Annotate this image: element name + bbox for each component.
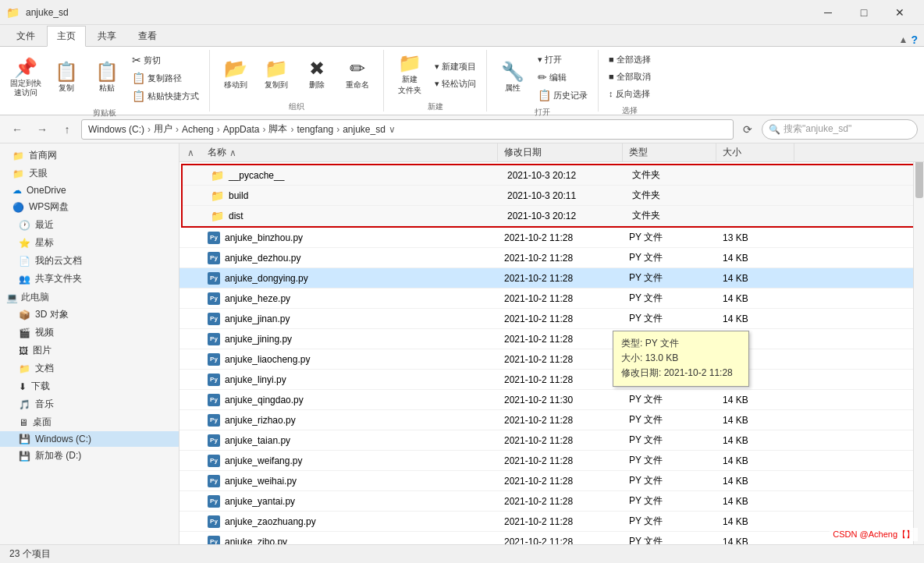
path-part-scripts[interactable]: 脚本 [268,122,287,136]
sidebar-item-wps[interactable]: 🔵 WPS网盘 [0,198,179,216]
sidebar-item-onedrive[interactable]: ☁ OneDrive [0,182,179,198]
path-part-users[interactable]: 用户 [154,122,172,136]
rename-button[interactable]: ✏ 重命名 [338,51,377,98]
path-part-drive[interactable]: Windows (C:) [88,124,144,135]
file-type-qingdao: PY 文件 [623,390,716,409]
delete-button[interactable]: ✖ 删除 [297,51,336,98]
file-type-yantai: PY 文件 [623,491,716,511]
history-button[interactable]: 📋历史记录 [534,87,592,104]
file-row-jinan[interactable]: Py anjuke_jinan.py 2021-10-2 11:28 PY 文件… [179,309,924,329]
open-button[interactable]: ▾ 打开 [534,51,592,68]
tab-share[interactable]: 共享 [87,26,126,46]
close-button[interactable]: ✕ [882,0,918,25]
sidebar-item-windows-c[interactable]: 💾 Windows (C:) [0,431,179,447]
file-row-zaozhuang[interactable]: Py anjuke_zaozhuang.py 2021-10-2 11:28 P… [179,512,924,532]
refresh-button[interactable]: ⟳ [737,119,759,140]
path-part-tengfang[interactable]: tengfang [297,124,333,135]
tab-file[interactable]: 文件 [6,26,45,46]
cut-button[interactable]: ✂剪切 [128,51,203,69]
sidebar-item-video[interactable]: 🎬 视频 [0,324,179,342]
sidebar-item-downloads[interactable]: ⬇ 下载 [0,377,179,395]
tooltip-size: 大小: 13.0 KB [621,351,741,366]
ribbon: 📌 固定到快速访问 📋 复制 📋 粘贴 ✂剪切 📋复制路径 📋粘贴快捷方式 剪贴… [0,47,924,115]
sidebar-item-documents[interactable]: 📁 文档 [0,359,179,377]
new-item-button[interactable]: ▾ 新建项目 [431,58,480,75]
minimize-button[interactable]: ─ [810,0,846,25]
sidebar-item-shouwang[interactable]: 📁 首商网 [0,147,179,165]
path-part-anjuke-sd[interactable]: anjuke_sd [343,124,386,135]
file-row-weifang[interactable]: Py anjuke_weifang.py 2021-10-2 11:28 PY … [179,451,924,471]
tab-home[interactable]: 主页 [47,26,86,47]
col-header-size[interactable]: 大小 [716,143,794,161]
tab-view[interactable]: 查看 [128,26,167,46]
path-part-appdata[interactable]: AppData [223,124,260,135]
invert-selection-button[interactable]: ↕ 反向选择 [605,86,655,102]
expand-column-button[interactable]: ∧ [179,147,201,158]
copy-button[interactable]: 📋 复制 [47,55,86,101]
sidebar-item-cloud-docs[interactable]: 📄 我的云文档 [0,252,179,270]
window-title: anjuke_sd [26,7,810,18]
file-row-dist[interactable]: 📁 dist 2021-10-3 20:12 文件夹 [183,206,921,226]
file-name-jining: Py anjuke_jining.py [201,329,498,349]
file-row-jining[interactable]: Py anjuke_jining.py 2021-10-2 11:28 PY 文… [179,329,924,349]
file-row-heze[interactable]: Py anjuke_heze.py 2021-10-2 11:28 PY 文件 … [179,289,924,309]
sidebar-item-starred[interactable]: ⭐ 星标 [0,234,179,252]
file-row-taian[interactable]: Py anjuke_taian.py 2021-10-2 11:28 PY 文件… [179,430,924,451]
file-date-linyi: 2021-10-2 11:28 [498,370,623,389]
up-button[interactable]: ↑ [56,119,78,140]
scrollbar[interactable] [913,143,924,544]
file-row-liaocheng[interactable]: Py anjuke_liaocheng.py 2021-10-2 11:28 P… [179,349,924,370]
search-bar[interactable]: 🔍 搜索"anjuke_sd" [762,119,918,140]
file-row-dezhou[interactable]: Py anjuke_dezhou.py 2021-10-2 11:28 PY 文… [179,248,924,268]
path-part-acheng[interactable]: Acheng [182,124,214,135]
copy-to-button[interactable]: 📁 复制到 [257,51,296,98]
sidebar-item-new-volume[interactable]: 💾 新加卷 (D:) [0,447,179,465]
path-dropdown-arrow[interactable]: ∨ [389,124,396,135]
edit-button[interactable]: ✏编辑 [534,69,592,86]
pin-quick-access-button[interactable]: 📌 固定到快速访问 [6,55,45,101]
file-date-dezhou: 2021-10-2 11:28 [498,248,623,267]
file-row-dongying[interactable]: Py anjuke_dongying.py 2021-10-2 11:28 PY… [179,268,924,289]
col-header-date[interactable]: 修改日期 [498,143,623,161]
sidebar-item-shared-folder[interactable]: 👥 共享文件夹 [0,270,179,288]
help-btn[interactable]: ? [911,34,918,46]
sidebar-item-new-volume-label: 新加卷 (D:) [35,449,81,462]
address-bar[interactable]: Windows (C:) › 用户 › Acheng › AppData › 脚… [81,119,734,140]
col-header-type[interactable]: 类型 [623,143,716,161]
sidebar-item-music[interactable]: 🎵 音乐 [0,395,179,413]
file-row-linyi[interactable]: Py anjuke_linyi.py 2021-10-2 11:28 PY 文件… [179,370,924,390]
maximize-button[interactable]: □ [846,0,882,25]
sidebar-item-3d[interactable]: 📦 3D 对象 [0,306,179,324]
paste-button[interactable]: 📋 粘贴 [87,55,126,101]
paste-shortcut-button[interactable]: 📋粘贴快捷方式 [128,87,203,104]
sidebar-item-tianeye[interactable]: 📁 天眼 [0,165,179,182]
sidebar-item-wps-label: WPS网盘 [29,200,69,214]
move-to-button[interactable]: 📂 移动到 [216,51,255,98]
file-row-build[interactable]: 📁 build 2021-10-3 20:11 文件夹 [183,186,921,206]
file-row-zibo[interactable]: Py anjuke_zibo.py 2021-10-2 11:28 PY 文件 … [179,532,924,544]
file-row-binzhou[interactable]: Py anjuke_binzhou.py 2021-10-2 11:28 PY … [179,228,924,248]
deselect-all-button[interactable]: ■ 全部取消 [605,69,655,85]
watermark-text: CSDN @Acheng【】 [833,529,915,539]
sidebar-item-recent[interactable]: 🕐 最近 [0,216,179,234]
file-type-taian: PY 文件 [623,430,716,450]
select-all-button[interactable]: ■ 全部选择 [605,51,655,68]
easy-access-button[interactable]: ▾ 轻松访问 [431,76,480,92]
new-folder-button[interactable]: 📁 新建文件夹 [390,51,429,98]
ribbon-collapse-btn[interactable]: ▲ [899,34,908,45]
file-date-jining: 2021-10-2 11:28 [498,329,623,349]
back-button[interactable]: ← [6,119,28,140]
file-row-weihai[interactable]: Py anjuke_weihai.py 2021-10-2 11:28 PY 文… [179,471,924,491]
forward-button[interactable]: → [31,119,53,140]
col-header-name[interactable]: 名称 ∧ [201,143,498,161]
file-row-qingdao[interactable]: Py anjuke_qingdao.py 2021-10-2 11:30 PY … [179,390,924,410]
sidebar-item-desktop[interactable]: 🖥 桌面 [0,413,179,431]
copy-path-button[interactable]: 📋复制路径 [128,69,203,87]
sidebar-section-thispc[interactable]: 💻 此电脑 [0,288,179,306]
properties-button[interactable]: 🔧 属性 [493,55,532,101]
file-row-pycache[interactable]: 📁 __pycache__ 2021-10-3 20:12 文件夹 [183,165,921,186]
file-row-yantai[interactable]: Py anjuke_yantai.py 2021-10-2 11:28 PY 文… [179,491,924,512]
folder-icon: 📁 [211,169,224,182]
sidebar-item-pictures[interactable]: 🖼 图片 [0,342,179,359]
file-row-rizhao[interactable]: Py anjuke_rizhao.py 2021-10-2 11:28 PY 文… [179,410,924,430]
